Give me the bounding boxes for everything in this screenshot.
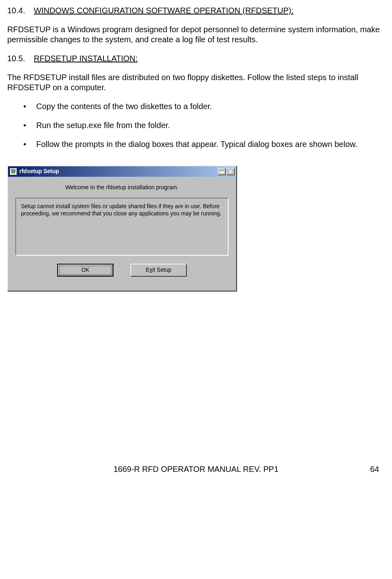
section-heading-10-5: 10.5. RFDSETUP INSTALLATION: <box>7 54 385 64</box>
page-number: 64 <box>370 464 379 474</box>
exit-setup-button[interactable]: Exit Setup <box>130 264 187 277</box>
titlebar: rfdsetup Setup ▬ ✕ <box>8 166 236 177</box>
paragraph-install-intro: The RFDSETUP install files are distribut… <box>7 72 385 93</box>
section-title: WINDOWS CONFIGURATION SOFTWARE OPERATION… <box>34 6 293 15</box>
close-icon: ✕ <box>229 169 233 175</box>
svg-rect-0 <box>11 169 15 172</box>
titlebar-buttons: ▬ ✕ <box>218 168 235 175</box>
welcome-text: Welcome to the rfdsetup installation pro… <box>15 184 229 191</box>
app-icon <box>10 168 17 175</box>
instruction-panel: Setup cannot install system files or upd… <box>15 198 229 256</box>
dialog-body: Welcome to the rfdsetup installation pro… <box>8 177 236 290</box>
ok-button[interactable]: OK <box>57 264 113 277</box>
section-number: 10.4. <box>7 6 25 16</box>
exit-button-label: Exit Setup <box>146 267 171 274</box>
minimize-button[interactable]: ▬ <box>218 168 226 175</box>
section-title: RFDSETUP INSTALLATION: <box>34 54 138 63</box>
close-button[interactable]: ✕ <box>227 168 235 175</box>
paragraph-rfdsetup-desc: RFDSETUP is a Windows program designed f… <box>7 25 385 45</box>
section-number: 10.5. <box>7 54 25 64</box>
ok-button-label: OK <box>81 267 89 274</box>
dialog-title: rfdsetup Setup <box>19 168 218 175</box>
install-steps-list: Copy the contents of the two diskettes t… <box>23 101 385 149</box>
dialog-button-row: OK Exit Setup <box>15 256 229 286</box>
svg-rect-1 <box>12 172 14 174</box>
section-heading-10-4: 10.4. WINDOWS CONFIGURATION SOFTWARE OPE… <box>7 6 385 16</box>
list-item: Follow the prompts in the dialog boxes t… <box>23 139 385 149</box>
dialog-screenshot: rfdsetup Setup ▬ ✕ Welcome to the rfdset… <box>7 165 237 291</box>
page-footer: 1669-R RFD OPERATOR MANUAL REV. PP1 64 <box>7 464 385 474</box>
list-item: Copy the contents of the two diskettes t… <box>23 101 385 112</box>
setup-dialog: rfdsetup Setup ▬ ✕ Welcome to the rfdset… <box>7 165 237 291</box>
footer-text: 1669-R RFD OPERATOR MANUAL REV. PP1 <box>113 464 279 474</box>
minimize-icon: ▬ <box>219 169 224 175</box>
list-item: Run the setup.exe file from the folder. <box>23 120 385 130</box>
